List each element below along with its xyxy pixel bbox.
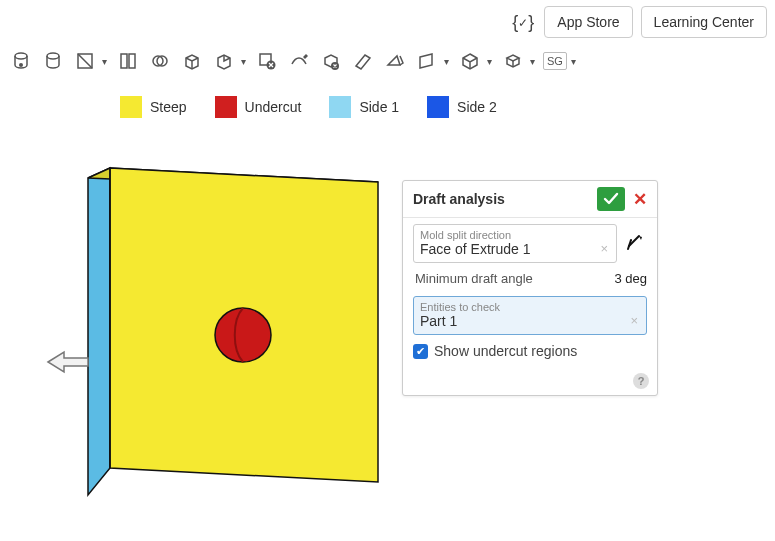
entities-clear-icon[interactable]: ×: [630, 313, 638, 328]
svg-point-15: [215, 308, 271, 362]
min-angle-value[interactable]: 3 deg: [614, 271, 647, 286]
help-icon[interactable]: ?: [633, 373, 649, 389]
tool-box-x-icon[interactable]: [318, 48, 344, 74]
svg-point-2: [47, 53, 59, 59]
tool-split-icon[interactable]: [115, 48, 141, 74]
tool-wedge-2-icon[interactable]: [382, 48, 408, 74]
legend-steep: Steep: [120, 96, 187, 118]
direction-arrow-icon: [46, 350, 90, 374]
checkbox-checked-icon: ✔: [413, 344, 428, 359]
tool-plane-caret-icon[interactable]: ▾: [442, 56, 451, 67]
tool-modify-1-icon[interactable]: [286, 48, 312, 74]
show-undercut-checkbox[interactable]: ✔ Show undercut regions: [413, 343, 647, 359]
draft-analysis-panel: Draft analysis ✕ Mold split direction Fa…: [402, 180, 658, 396]
tool-cylinder-1-icon[interactable]: [8, 48, 34, 74]
feature-toolbar: ▾ ▾ ▾ ▾: [8, 48, 767, 74]
legend-undercut-label: Undercut: [245, 99, 302, 115]
tool-box-2-caret-icon[interactable]: ▾: [239, 56, 248, 67]
mold-direction-label: Mold split direction: [420, 229, 610, 241]
svg-rect-4: [121, 54, 127, 68]
tool-cube-caret-icon[interactable]: ▾: [528, 56, 537, 67]
min-angle-label: Minimum draft angle: [415, 271, 614, 286]
legend-side1: Side 1: [329, 96, 399, 118]
entities-field[interactable]: Entities to check Part 1 ×: [413, 296, 647, 335]
tool-section-icon[interactable]: [72, 48, 98, 74]
svg-marker-11: [88, 168, 110, 495]
mold-direction-value: Face of Extrude 1: [420, 241, 610, 257]
legend-undercut-swatch: [215, 96, 237, 118]
mold-direction-clear-icon[interactable]: ×: [600, 241, 608, 256]
legend-side1-label: Side 1: [359, 99, 399, 115]
tool-isometric-icon[interactable]: [457, 48, 483, 74]
legend-side1-swatch: [329, 96, 351, 118]
viewport-3d[interactable]: [0, 140, 420, 540]
svg-point-0: [15, 53, 27, 59]
tool-sg-caret-icon[interactable]: ▾: [569, 56, 578, 67]
tool-wedge-1-icon[interactable]: [350, 48, 376, 74]
tool-intersect-icon[interactable]: [147, 48, 173, 74]
tool-plane-icon[interactable]: [414, 48, 440, 74]
tool-delete-body-icon[interactable]: [254, 48, 280, 74]
tool-cube-icon[interactable]: [500, 48, 526, 74]
legend-side2-label: Side 2: [457, 99, 497, 115]
tool-isometric-caret-icon[interactable]: ▾: [485, 56, 494, 67]
legend-side2: Side 2: [427, 96, 497, 118]
svg-point-1: [19, 63, 23, 67]
legend-undercut: Undercut: [215, 96, 302, 118]
svg-rect-5: [129, 54, 135, 68]
confirm-button[interactable]: [597, 187, 625, 211]
tool-box-1-icon[interactable]: [179, 48, 205, 74]
tool-cylinder-2-icon[interactable]: [40, 48, 66, 74]
tool-sg-icon[interactable]: SG: [543, 52, 567, 70]
show-undercut-label: Show undercut regions: [434, 343, 577, 359]
extensions-icon[interactable]: {✓}: [510, 8, 536, 37]
panel-title: Draft analysis: [413, 191, 593, 207]
legend-side2-swatch: [427, 96, 449, 118]
svg-marker-16: [48, 352, 88, 372]
entities-value: Part 1: [420, 313, 640, 329]
mold-direction-field[interactable]: Mold split direction Face of Extrude 1 ×: [413, 224, 617, 263]
tool-box-2-icon[interactable]: [211, 48, 237, 74]
learning-center-button[interactable]: Learning Center: [641, 6, 767, 38]
app-store-button[interactable]: App Store: [544, 6, 632, 38]
tool-section-caret-icon[interactable]: ▾: [100, 56, 109, 67]
legend-steep-swatch: [120, 96, 142, 118]
entities-label: Entities to check: [420, 301, 640, 313]
cancel-button[interactable]: ✕: [629, 187, 651, 211]
draft-legend: Steep Undercut Side 1 Side 2: [120, 96, 497, 118]
legend-steep-label: Steep: [150, 99, 187, 115]
flip-direction-icon[interactable]: [623, 224, 647, 260]
